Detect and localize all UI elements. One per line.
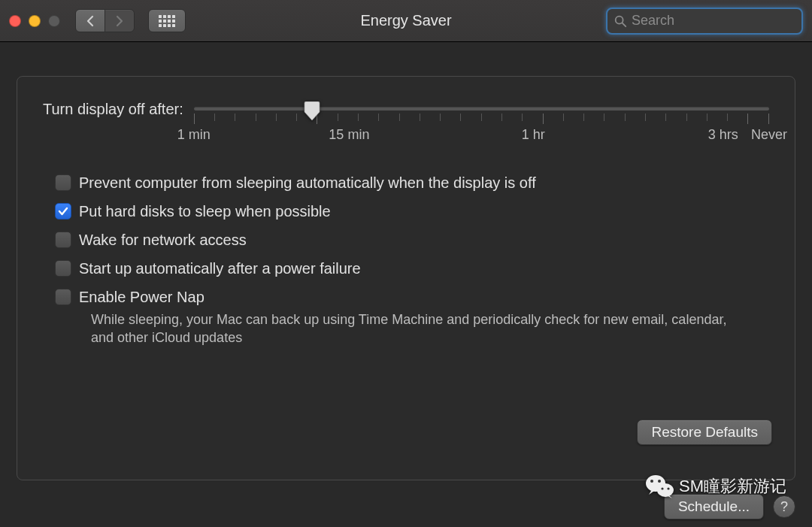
search-input[interactable] <box>632 13 806 29</box>
grid-icon <box>159 15 175 27</box>
option-label: Enable Power Nap <box>79 288 205 306</box>
restore-defaults-button[interactable]: Restore Defaults <box>637 419 772 445</box>
nav-buttons <box>75 9 135 32</box>
power-nap-description: While sleeping, your Mac can back up usi… <box>91 310 753 347</box>
svg-line-1 <box>623 23 626 26</box>
option-label: Prevent computer from sleeping automatic… <box>79 174 536 192</box>
option-prevent-sleep[interactable]: Prevent computer from sleeping automatic… <box>55 174 769 192</box>
checkbox-power-nap[interactable] <box>55 289 71 305</box>
close-window-button[interactable] <box>9 15 21 27</box>
svg-point-7 <box>667 487 669 489</box>
minimize-window-button[interactable] <box>29 15 41 27</box>
option-wake-network[interactable]: Wake for network access <box>55 231 769 249</box>
slider-ticks <box>194 114 769 124</box>
window-title: Energy Saver <box>360 12 451 29</box>
chevron-right-icon <box>115 15 124 27</box>
zoom-window-button[interactable] <box>48 15 60 27</box>
option-label: Wake for network access <box>79 231 247 249</box>
tick-label-15min: 15 min <box>329 127 369 143</box>
options-list: Prevent computer from sleeping automatic… <box>55 174 769 347</box>
display-off-slider[interactable]: 1 min 15 min 1 hr 3 hrs Never <box>194 104 769 144</box>
svg-point-6 <box>661 487 663 489</box>
window-titlebar: Energy Saver <box>0 0 812 42</box>
display-off-slider-row: Turn display off after: <box>43 104 769 144</box>
tick-label-1hr: 1 hr <box>522 127 545 143</box>
window-controls <box>9 15 60 27</box>
slider-thumb[interactable] <box>304 101 320 121</box>
option-label: Start up automatically after a power fai… <box>79 259 361 277</box>
tick-label-never: Never <box>751 127 787 143</box>
option-startup-power-failure[interactable]: Start up automatically after a power fai… <box>55 259 769 277</box>
option-label: Put hard disks to sleep when possible <box>79 202 331 220</box>
schedule-button[interactable]: Schedule... <box>664 494 764 519</box>
checkmark-icon <box>58 206 68 217</box>
checkbox-wake-network[interactable] <box>55 232 71 248</box>
show-all-button[interactable] <box>148 9 186 32</box>
checkbox-prevent-sleep[interactable] <box>55 174 71 191</box>
slider-tick-labels: 1 min 15 min 1 hr 3 hrs Never <box>194 127 769 144</box>
chevron-left-icon <box>86 15 95 27</box>
search-icon <box>614 14 627 28</box>
slider-track <box>194 107 769 111</box>
checkbox-hard-disks-sleep[interactable] <box>55 203 71 220</box>
tick-label-1min: 1 min <box>177 127 211 143</box>
tick-label-3hr: 3 hrs <box>708 127 738 143</box>
back-button[interactable] <box>75 9 105 32</box>
option-power-nap[interactable]: Enable Power Nap <box>55 288 769 306</box>
energy-saver-panel: Turn display off after: <box>17 76 795 480</box>
display-off-label: Turn display off after: <box>43 101 183 118</box>
help-button[interactable]: ? <box>773 495 795 518</box>
option-hard-disks-sleep[interactable]: Put hard disks to sleep when possible <box>55 202 769 220</box>
forward-button <box>105 9 135 32</box>
footer-buttons: Schedule... ? <box>17 494 795 519</box>
search-field[interactable] <box>606 8 803 35</box>
checkbox-startup-power-failure[interactable] <box>55 260 71 277</box>
